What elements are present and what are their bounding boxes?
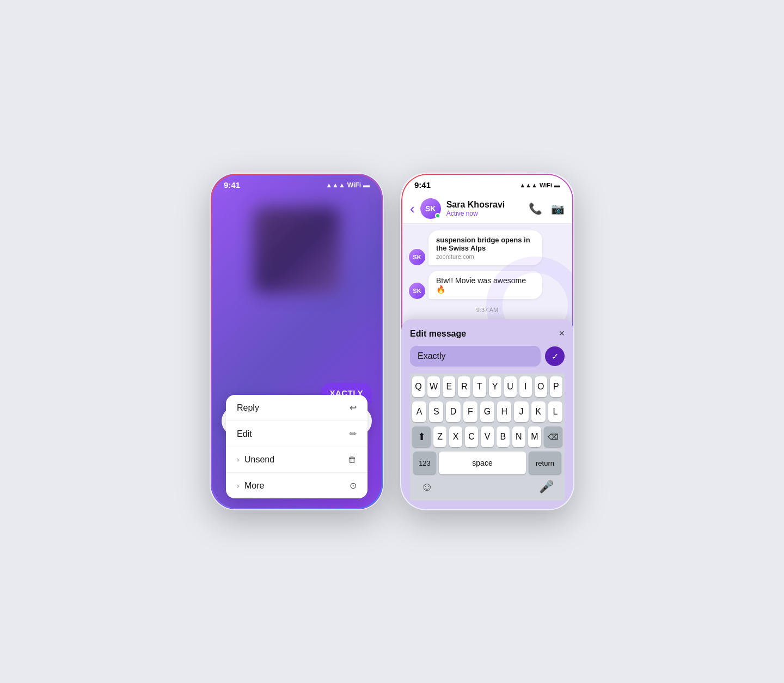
key-l[interactable]: L (548, 401, 562, 422)
message-received-1: SK Btw!! Movie was awesome 🔥 (409, 271, 542, 299)
right-phone: 9:41 ▲▲▲ WiFi ▬ ‹ SK Sara Khosravi Activ… (400, 173, 574, 510)
edit-modal: Edit message × ✓ Q W E R T Y (401, 319, 573, 509)
avatar: SK (420, 198, 441, 219)
battery-icon-left: ▬ (363, 181, 370, 189)
edit-modal-close-button[interactable]: × (559, 328, 565, 339)
key-w[interactable]: W (427, 376, 440, 397)
back-button[interactable]: ‹ (410, 200, 415, 217)
more-icon: ⊙ (350, 480, 357, 491)
edit-input-field[interactable] (410, 346, 541, 367)
context-menu-reply[interactable]: Reply ↩ (226, 395, 367, 421)
key-h[interactable]: H (497, 401, 511, 422)
wifi-icon-left: WiFi (347, 181, 361, 189)
timestamp: 9:37 AM (409, 307, 566, 313)
reply-icon: ↩ (350, 403, 357, 413)
left-phone: 9:41 ▲▲▲ WiFi ▬ XACTLY ❤️ 😆 😮 😢 😠 👍 + (210, 173, 384, 510)
more-label: More (244, 481, 264, 491)
key-t[interactable]: T (473, 376, 486, 397)
key-b[interactable]: B (497, 426, 510, 447)
key-g[interactable]: G (480, 401, 494, 422)
key-m[interactable]: M (528, 426, 541, 447)
key-j[interactable]: J (514, 401, 528, 422)
key-n[interactable]: N (512, 426, 525, 447)
edit-submit-button[interactable]: ✓ (545, 346, 565, 366)
emoji-keyboard-icon[interactable]: ☺ (421, 480, 433, 494)
keyboard-bottom-row: 123 space return (412, 452, 562, 474)
wifi-icon-right: WiFi (540, 182, 552, 188)
time-left: 9:41 (224, 180, 240, 190)
key-r[interactable]: R (458, 376, 470, 397)
key-y[interactable]: Y (489, 376, 501, 397)
key-e[interactable]: E (443, 376, 455, 397)
status-bar-left: 9:41 ▲▲▲ WiFi ▬ (211, 174, 383, 194)
keyboard-row-2: A S D F G H J K L (412, 401, 562, 422)
link-bubble: suspension bridge opens in the Swiss Alp… (428, 230, 542, 265)
keyboard: Q W E R T Y U I O P A S D (410, 373, 565, 501)
key-numbers[interactable]: 123 (413, 452, 436, 474)
blurred-image (253, 206, 340, 294)
contact-info: Sara Khosravi Active now (446, 200, 523, 217)
key-return[interactable]: return (529, 452, 561, 474)
battery-icon-right: ▬ (554, 182, 560, 188)
status-icons-left: ▲▲▲ WiFi ▬ (326, 181, 370, 189)
online-dot (435, 213, 440, 218)
key-d[interactable]: D (446, 401, 460, 422)
key-q[interactable]: Q (412, 376, 425, 397)
key-a[interactable]: A (412, 401, 426, 422)
key-p[interactable]: P (550, 376, 562, 397)
context-menu-more[interactable]: › More ⊙ (226, 473, 367, 498)
edit-input-row: ✓ (410, 346, 565, 367)
video-icon[interactable]: 📷 (551, 202, 565, 215)
key-u[interactable]: U (504, 376, 517, 397)
right-phone-inner: 9:41 ▲▲▲ WiFi ▬ ‹ SK Sara Khosravi Activ… (401, 174, 573, 509)
edit-modal-title: Edit message (410, 329, 466, 339)
context-menu-edit[interactable]: Edit ✏ (226, 421, 367, 447)
scene: 9:41 ▲▲▲ WiFi ▬ XACTLY ❤️ 😆 😮 😢 😠 👍 + (210, 173, 574, 510)
context-menu: Reply ↩ Edit ✏ › Unsend 🗑 (226, 395, 367, 498)
keyboard-row-1: Q W E R T Y U I O P (412, 376, 562, 397)
edit-label: Edit (237, 429, 252, 439)
unsend-chevron: › (237, 456, 239, 464)
edit-icon: ✏ (350, 429, 357, 439)
keyboard-extras: ☺ 🎤 (412, 477, 562, 497)
key-s[interactable]: S (429, 401, 443, 422)
left-phone-content: 9:41 ▲▲▲ WiFi ▬ XACTLY ❤️ 😆 😮 😢 😠 👍 + (211, 174, 383, 509)
signal-icon-left: ▲▲▲ (326, 181, 345, 189)
reply-label: Reply (237, 403, 259, 413)
chat-header: ‹ SK Sara Khosravi Active now 📞 📷 (401, 194, 573, 224)
timestamp-text: 9:37 AM (476, 307, 498, 313)
status-bar-right: 9:41 ▲▲▲ WiFi ▬ (401, 174, 573, 194)
key-f[interactable]: F (463, 401, 477, 422)
time-right: 9:41 (414, 180, 431, 190)
contact-status: Active now (446, 210, 523, 217)
key-v[interactable]: V (481, 426, 494, 447)
key-i[interactable]: I (519, 376, 532, 397)
more-chevron: › (237, 482, 239, 490)
link-url: zoomture.com (436, 253, 535, 260)
avatar-sm-1: SK (409, 249, 425, 265)
message-link: SK suspension bridge opens in the Swiss … (409, 230, 542, 265)
status-icons-right: ▲▲▲ WiFi ▬ (519, 182, 560, 188)
key-delete[interactable]: ⌫ (544, 426, 562, 447)
key-shift[interactable]: ⬆ (412, 426, 431, 447)
key-space[interactable]: space (439, 452, 526, 474)
header-actions: 📞 📷 (529, 202, 565, 215)
context-menu-unsend[interactable]: › Unsend 🗑 (226, 447, 367, 473)
edit-modal-header: Edit message × (410, 328, 565, 339)
mic-keyboard-icon[interactable]: 🎤 (539, 480, 554, 494)
key-o[interactable]: O (535, 376, 547, 397)
key-c[interactable]: C (465, 426, 478, 447)
received-text-1: Btw!! Movie was awesome 🔥 (436, 276, 526, 294)
key-x[interactable]: X (449, 426, 462, 447)
unsend-label: Unsend (244, 455, 274, 465)
key-k[interactable]: K (531, 401, 546, 422)
keyboard-row-3: ⬆ Z X C V B N M ⌫ (412, 426, 562, 447)
trash-icon: 🗑 (348, 455, 357, 465)
contact-name: Sara Khosravi (446, 200, 523, 210)
received-bubble-1: Btw!! Movie was awesome 🔥 (428, 271, 542, 299)
signal-icon-right: ▲▲▲ (519, 182, 537, 188)
key-z[interactable]: Z (433, 426, 446, 447)
avatar-sm-2: SK (409, 283, 425, 299)
call-icon[interactable]: 📞 (529, 202, 542, 215)
link-title: suspension bridge opens in the Swiss Alp… (436, 236, 535, 252)
